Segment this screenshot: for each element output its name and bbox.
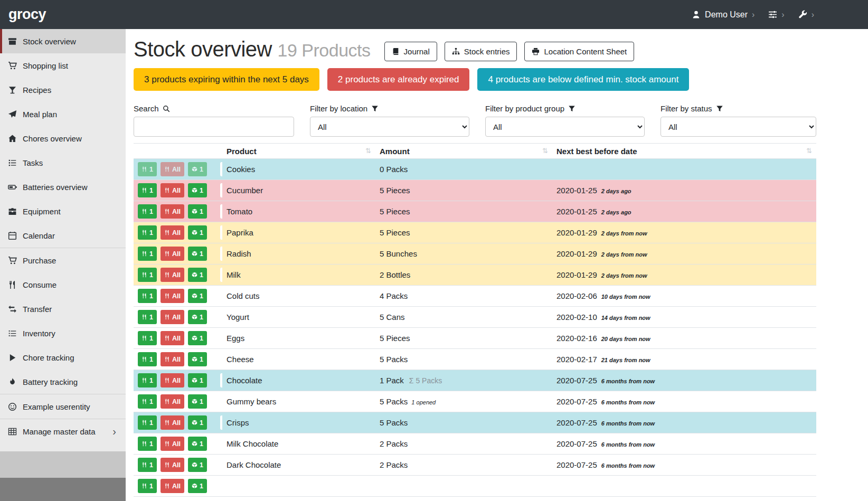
open-one-button[interactable]: 1: [188, 331, 207, 345]
user-menu[interactable]: Demo User ›: [692, 10, 754, 20]
consume-all-button[interactable]: All: [161, 162, 184, 176]
consume-one-button[interactable]: 1: [138, 204, 157, 219]
row-menu-button[interactable]: ⋮: [220, 394, 222, 409]
consume-one-button[interactable]: 1: [138, 289, 157, 303]
product-group-select[interactable]: All: [485, 117, 645, 137]
row-menu-button[interactable]: ⋮: [220, 289, 222, 303]
sidebar-item-battery-tracking[interactable]: Battery tracking: [0, 370, 126, 394]
consume-all-button[interactable]: All: [161, 352, 184, 366]
row-menu-button[interactable]: ⋮: [220, 415, 222, 430]
open-one-button[interactable]: 1: [188, 268, 207, 282]
consume-all-button[interactable]: All: [161, 310, 184, 324]
open-one-button[interactable]: 1: [188, 479, 207, 493]
consume-one-button[interactable]: 1: [138, 268, 157, 282]
sidebar-item-purchase[interactable]: Purchase: [0, 248, 126, 272]
consume-one-button[interactable]: 1: [138, 225, 157, 240]
consume-one-button[interactable]: 1: [138, 415, 157, 430]
open-one-button[interactable]: 1: [188, 310, 207, 324]
sidebar-item-meal-plan[interactable]: Meal plan: [0, 102, 126, 126]
open-one-button[interactable]: 1: [188, 352, 207, 366]
open-one-button[interactable]: 1: [188, 458, 207, 472]
open-one-button[interactable]: 1: [188, 247, 207, 261]
column-header-product[interactable]: Product ⇅: [222, 144, 375, 159]
consume-all-button[interactable]: All: [161, 415, 184, 430]
row-menu-button[interactable]: ⋮: [220, 352, 222, 366]
consume-one-button[interactable]: 1: [138, 437, 157, 451]
open-one-button[interactable]: 1: [188, 437, 207, 451]
row-menu-button[interactable]: ⋮: [220, 373, 222, 387]
row-menu-button[interactable]: ⋮: [220, 268, 222, 282]
sidebar-item-recipes[interactable]: Recipes: [0, 78, 126, 102]
stock-entries-button[interactable]: Stock entries: [445, 42, 517, 61]
consume-all-button[interactable]: All: [161, 183, 184, 197]
journal-button[interactable]: Journal: [384, 42, 437, 61]
sidebar-item-shopping-list[interactable]: Shopping list: [0, 53, 126, 78]
banner-below-min-stock[interactable]: 4 products are below defined min. stock …: [477, 68, 689, 91]
sidebar-item-batteries-overview[interactable]: Batteries overview: [0, 175, 126, 199]
banner-expiring-soon[interactable]: 3 products expiring within the next 5 da…: [134, 68, 319, 91]
consume-all-button[interactable]: All: [161, 268, 184, 282]
row-menu-button[interactable]: ⋮: [220, 225, 222, 240]
search-input[interactable]: [134, 117, 294, 137]
consume-all-button[interactable]: All: [161, 479, 184, 493]
consume-all-button[interactable]: All: [161, 458, 184, 472]
consume-one-button[interactable]: 1: [138, 183, 157, 197]
consume-one-button[interactable]: 1: [138, 162, 157, 176]
open-one-button[interactable]: 1: [188, 183, 207, 197]
consume-one-button[interactable]: 1: [138, 479, 157, 493]
column-header-amount[interactable]: Amount ⇅: [375, 144, 552, 159]
consume-all-button[interactable]: All: [161, 331, 184, 345]
consume-all-button[interactable]: All: [161, 289, 184, 303]
row-menu-button[interactable]: ⋮: [220, 331, 222, 345]
open-one-button[interactable]: 1: [188, 415, 207, 430]
consume-one-button[interactable]: 1: [138, 394, 157, 409]
open-one-button[interactable]: 1: [188, 373, 207, 387]
open-one-button[interactable]: 1: [188, 394, 207, 409]
open-one-button[interactable]: 1: [188, 225, 207, 240]
row-menu-button[interactable]: ⋮: [220, 437, 222, 451]
sidebar-item-tasks[interactable]: Tasks: [0, 150, 126, 175]
row-menu-button[interactable]: ⋮: [220, 183, 222, 197]
consume-one-button[interactable]: 1: [138, 331, 157, 345]
open-one-button[interactable]: 1: [188, 204, 207, 219]
sidebar-item-example-userentity[interactable]: Example userentity: [0, 394, 126, 419]
app-logo[interactable]: grocy: [8, 6, 46, 23]
row-menu-button[interactable]: ⋮: [220, 247, 222, 261]
sidebar-item-equipment[interactable]: Equipment: [0, 199, 126, 223]
row-menu-button[interactable]: ⋮: [220, 458, 222, 472]
sort-icon[interactable]: ⇅: [806, 147, 812, 155]
consume-one-button[interactable]: 1: [138, 310, 157, 324]
sidebar-item-manage-master-data[interactable]: Manage master data›: [0, 419, 126, 443]
sidebar-item-transfer[interactable]: Transfer: [0, 297, 126, 321]
banner-expired[interactable]: 2 products are already expired: [327, 68, 470, 91]
admin-menu[interactable]: ›: [798, 10, 814, 19]
sidebar-item-calendar[interactable]: Calendar: [0, 223, 126, 248]
consume-all-button[interactable]: All: [161, 373, 184, 387]
consume-one-button[interactable]: 1: [138, 247, 157, 261]
sidebar-item-chores-overview[interactable]: Chores overview: [0, 126, 126, 150]
location-select[interactable]: All: [310, 117, 469, 137]
sidebar-item-chore-tracking[interactable]: Chore tracking: [0, 345, 126, 370]
column-header-next-best-before-date[interactable]: Next best before date ⇅: [552, 144, 816, 159]
row-menu-button[interactable]: ⋮: [220, 162, 222, 176]
consume-all-button[interactable]: All: [161, 247, 184, 261]
status-select[interactable]: All: [661, 117, 816, 137]
open-one-button[interactable]: 1: [188, 289, 207, 303]
location-content-sheet-button[interactable]: Location Content Sheet: [524, 42, 634, 61]
consume-one-button[interactable]: 1: [138, 373, 157, 387]
consume-all-button[interactable]: All: [161, 394, 184, 409]
sort-icon[interactable]: ⇅: [542, 147, 548, 155]
row-menu-button[interactable]: ⋮: [220, 479, 222, 493]
row-menu-button[interactable]: ⋮: [220, 204, 222, 219]
sidebar-item-consume[interactable]: Consume: [0, 272, 126, 297]
consume-one-button[interactable]: 1: [138, 458, 157, 472]
sort-icon[interactable]: ⇅: [365, 147, 371, 155]
consume-all-button[interactable]: All: [161, 225, 184, 240]
sidebar-item-inventory[interactable]: Inventory: [0, 321, 126, 345]
settings-menu[interactable]: ›: [768, 10, 784, 19]
open-one-button[interactable]: 1: [188, 162, 207, 176]
sidebar-item-stock-overview[interactable]: Stock overview: [0, 29, 126, 53]
consume-one-button[interactable]: 1: [138, 352, 157, 366]
consume-all-button[interactable]: All: [161, 204, 184, 219]
consume-all-button[interactable]: All: [161, 437, 184, 451]
